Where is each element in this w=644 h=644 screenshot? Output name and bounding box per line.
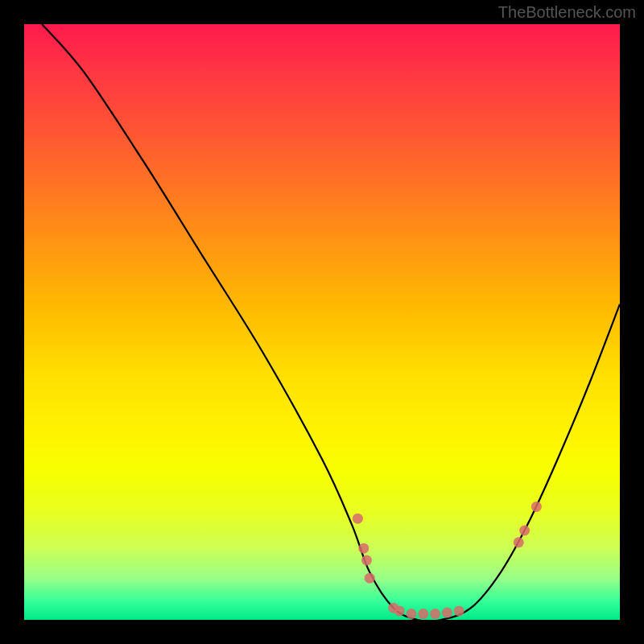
data-point	[365, 573, 375, 584]
watermark-text: TheBottleneck.com	[498, 3, 636, 22]
data-point	[353, 514, 363, 524]
data-point	[442, 608, 452, 618]
data-point	[454, 605, 464, 616]
data-point	[358, 543, 369, 554]
bottleneck-curve	[42, 24, 620, 620]
data-point	[418, 609, 428, 619]
data-point	[519, 526, 530, 536]
chart-svg	[24, 24, 620, 620]
data-point	[394, 605, 405, 616]
data-point	[430, 609, 440, 619]
data-point	[361, 555, 372, 566]
data-point	[514, 537, 524, 547]
data-point	[407, 609, 417, 619]
data-point	[531, 502, 542, 512]
plot-area	[24, 24, 620, 620]
data-point-markers	[353, 502, 542, 619]
